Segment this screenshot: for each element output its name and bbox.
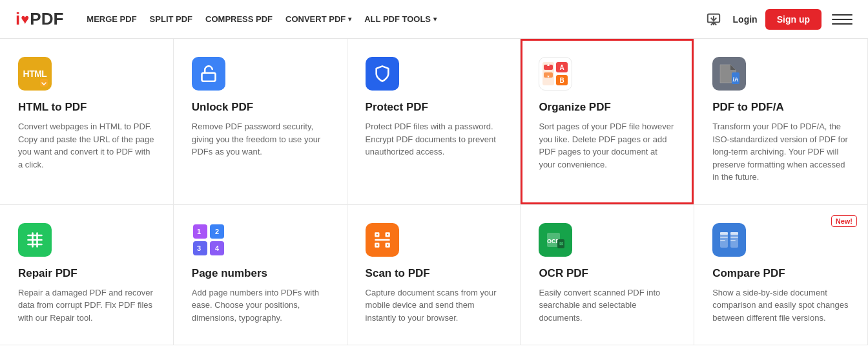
logo[interactable]: i♥PDF (16, 9, 63, 29)
logo-pdf: PDF (30, 9, 63, 29)
tool-desc: Transform your PDF to PDF/A, the ISO-sta… (712, 120, 849, 184)
nav-split-pdf[interactable]: SPLIT PDF (150, 14, 192, 24)
svg-text:B: B (560, 77, 564, 84)
signup-button[interactable]: Sign up (765, 9, 822, 30)
svg-rect-36 (720, 232, 728, 235)
tool-title: Compare PDF (712, 267, 849, 280)
svg-text:A: A (560, 64, 564, 71)
tool-desc: Remove PDF password security, giving you… (192, 120, 329, 158)
logo-i: i (16, 9, 20, 29)
tool-card-html-to-pdf[interactable]: HTML HTML to PDFConvert webpages in HTML… (0, 39, 174, 205)
svg-text:2: 2 (215, 228, 219, 235)
tools-grid: HTML HTML to PDFConvert webpages in HTML… (0, 39, 868, 345)
tool-desc: Show a side-by-side document comparison … (712, 286, 849, 325)
logo-heart: ♥ (21, 11, 29, 28)
tool-desc: Capture document scans from your mobile … (366, 286, 502, 325)
svg-text:1: 1 (197, 228, 201, 235)
nav-convert-pdf[interactable]: CONVERT PDF (285, 14, 351, 24)
svg-text:3: 3 (197, 244, 201, 252)
svg-rect-3 (202, 73, 215, 81)
tool-title: OCR PDF (539, 267, 676, 280)
tool-desc: Easily convert scanned PDF into searchab… (539, 286, 676, 325)
nav-right: Login Sign up (702, 8, 852, 31)
svg-rect-42 (730, 240, 736, 241)
tool-card-scan-to-pdf[interactable]: Scan to PDFCapture document scans from y… (347, 205, 521, 346)
tool-desc: Protect PDF files with a password. Encry… (366, 120, 502, 158)
nav-compress-pdf[interactable]: COMPRESS PDF (205, 14, 273, 24)
nav-all-pdf-tools[interactable]: ALL PDF TOOLS (364, 14, 437, 24)
tool-title: Unlock PDF (192, 101, 329, 114)
svg-rect-40 (730, 232, 738, 235)
tool-card-page-numbers[interactable]: 1 2 3 4 Page numbersAdd page numbers int… (174, 205, 347, 346)
svg-rect-37 (720, 237, 728, 238)
tool-title: Protect PDF (366, 101, 502, 114)
tool-card-organize-pdf[interactable]: A B Organize PDFSort pages of your PDF f… (521, 39, 694, 205)
svg-rect-38 (720, 240, 725, 241)
tool-desc: Sort pages of your PDF file however you … (539, 120, 676, 171)
svg-text:⊡: ⊡ (559, 241, 563, 246)
navbar: i♥PDF MERGE PDF SPLIT PDF COMPRESS PDF C… (0, 0, 868, 39)
download-icon[interactable] (702, 8, 725, 31)
tool-title: Page numbers (192, 267, 329, 280)
tool-desc: Convert webpages in HTML to PDF. Copy an… (18, 120, 155, 171)
svg-text:4: 4 (215, 244, 220, 252)
tool-title: HTML to PDF (18, 101, 155, 114)
tool-card-pdf-to-pdfa[interactable]: /A PDF to PDF/ATransform your PDF to PDF… (694, 39, 868, 205)
nav-merge-pdf[interactable]: MERGE PDF (87, 14, 136, 24)
new-badge: New! (831, 215, 857, 227)
tool-title: Repair PDF (18, 267, 155, 280)
tool-desc: Repair a damaged PDF and recover data fr… (18, 286, 155, 325)
svg-text:/A: /A (733, 76, 739, 83)
tool-card-ocr-pdf[interactable]: OCR ⊡ OCR PDFEasily convert scanned PDF … (521, 205, 694, 346)
tool-card-protect-pdf[interactable]: Protect PDFProtect PDF files with a pass… (347, 39, 521, 205)
tool-card-repair-pdf[interactable]: Repair PDFRepair a damaged PDF and recov… (0, 205, 174, 346)
svg-rect-41 (730, 237, 738, 238)
tool-title: Organize PDF (539, 101, 676, 114)
tool-card-unlock-pdf[interactable]: Unlock PDFRemove PDF password security, … (174, 39, 347, 205)
nav-links: MERGE PDF SPLIT PDF COMPRESS PDF CONVERT… (87, 14, 686, 24)
tool-desc: Add page numbers into PDFs with ease. Ch… (192, 286, 329, 325)
tool-card-compare-pdf[interactable]: New!Compare PDFShow a side-by-side docum… (694, 205, 868, 346)
tool-title: PDF to PDF/A (712, 101, 849, 114)
hamburger-menu[interactable] (832, 9, 852, 30)
tool-title: Scan to PDF (366, 267, 502, 280)
login-button[interactable]: Login (733, 14, 758, 25)
